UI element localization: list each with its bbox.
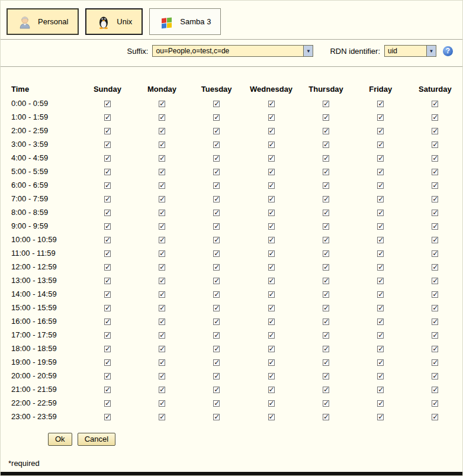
schedule-checkbox[interactable] [323, 305, 329, 311]
schedule-checkbox[interactable] [323, 182, 329, 189]
schedule-checkbox[interactable] [377, 359, 384, 366]
schedule-checkbox[interactable] [323, 359, 329, 366]
schedule-checkbox[interactable] [268, 400, 275, 407]
schedule-checkbox[interactable] [213, 182, 220, 189]
ok-button[interactable]: Ok [48, 433, 72, 446]
schedule-checkbox[interactable] [432, 237, 438, 243]
schedule-checkbox[interactable] [323, 373, 329, 379]
schedule-checkbox[interactable] [377, 155, 384, 162]
schedule-checkbox[interactable] [377, 128, 384, 134]
schedule-checkbox[interactable] [213, 101, 220, 107]
schedule-checkbox[interactable] [159, 400, 165, 407]
schedule-checkbox[interactable] [323, 210, 329, 216]
schedule-checkbox[interactable] [377, 414, 384, 420]
schedule-checkbox[interactable] [268, 114, 275, 121]
schedule-checkbox[interactable] [377, 373, 384, 379]
schedule-checkbox[interactable] [104, 210, 111, 216]
schedule-checkbox[interactable] [104, 332, 111, 339]
schedule-checkbox[interactable] [159, 141, 165, 148]
schedule-checkbox[interactable] [268, 346, 275, 352]
schedule-checkbox[interactable] [323, 264, 329, 271]
schedule-checkbox[interactable] [104, 182, 111, 189]
schedule-checkbox[interactable] [323, 196, 329, 202]
tab-personal[interactable]: Personal [7, 8, 79, 35]
schedule-checkbox[interactable] [159, 319, 165, 325]
schedule-checkbox[interactable] [213, 264, 220, 271]
schedule-checkbox[interactable] [323, 101, 329, 107]
schedule-checkbox[interactable] [323, 400, 329, 407]
schedule-checkbox[interactable] [104, 114, 111, 121]
schedule-checkbox[interactable] [323, 414, 329, 420]
schedule-checkbox[interactable] [268, 278, 275, 284]
suffix-select[interactable]: ou=People,o=test,c=de ▼ [152, 45, 313, 57]
schedule-checkbox[interactable] [159, 305, 165, 311]
schedule-checkbox[interactable] [432, 359, 438, 366]
schedule-checkbox[interactable] [104, 101, 111, 107]
schedule-checkbox[interactable] [213, 346, 220, 352]
schedule-checkbox[interactable] [432, 373, 438, 379]
schedule-checkbox[interactable] [213, 278, 220, 284]
schedule-checkbox[interactable] [104, 223, 111, 230]
schedule-checkbox[interactable] [377, 400, 384, 407]
schedule-checkbox[interactable] [159, 196, 165, 202]
schedule-checkbox[interactable] [377, 101, 384, 107]
schedule-checkbox[interactable] [104, 359, 111, 366]
schedule-checkbox[interactable] [432, 182, 438, 189]
schedule-checkbox[interactable] [213, 291, 220, 298]
schedule-checkbox[interactable] [432, 400, 438, 407]
schedule-checkbox[interactable] [377, 291, 384, 298]
schedule-checkbox[interactable] [268, 332, 275, 339]
schedule-checkbox[interactable] [104, 264, 111, 271]
schedule-checkbox[interactable] [213, 359, 220, 366]
schedule-checkbox[interactable] [104, 400, 111, 407]
schedule-checkbox[interactable] [104, 373, 111, 379]
schedule-checkbox[interactable] [432, 278, 438, 284]
schedule-checkbox[interactable] [213, 250, 220, 257]
schedule-checkbox[interactable] [268, 237, 275, 243]
schedule-checkbox[interactable] [432, 223, 438, 230]
schedule-checkbox[interactable] [104, 237, 111, 243]
schedule-checkbox[interactable] [377, 237, 384, 243]
schedule-checkbox[interactable] [159, 373, 165, 379]
schedule-checkbox[interactable] [159, 414, 165, 420]
schedule-checkbox[interactable] [323, 237, 329, 243]
schedule-checkbox[interactable] [432, 291, 438, 298]
schedule-checkbox[interactable] [104, 278, 111, 284]
schedule-checkbox[interactable] [213, 400, 220, 407]
schedule-checkbox[interactable] [213, 141, 220, 148]
schedule-checkbox[interactable] [377, 278, 384, 284]
schedule-checkbox[interactable] [432, 250, 438, 257]
schedule-checkbox[interactable] [104, 305, 111, 311]
schedule-checkbox[interactable] [432, 264, 438, 271]
schedule-checkbox[interactable] [213, 332, 220, 339]
schedule-checkbox[interactable] [104, 169, 111, 175]
schedule-checkbox[interactable] [213, 319, 220, 325]
schedule-checkbox[interactable] [104, 291, 111, 298]
schedule-checkbox[interactable] [323, 278, 329, 284]
tab-samba3[interactable]: Samba 3 [149, 8, 221, 35]
schedule-checkbox[interactable] [323, 387, 329, 393]
schedule-checkbox[interactable] [159, 278, 165, 284]
schedule-checkbox[interactable] [377, 114, 384, 121]
schedule-checkbox[interactable] [159, 210, 165, 216]
schedule-checkbox[interactable] [323, 223, 329, 230]
schedule-checkbox[interactable] [432, 141, 438, 148]
cancel-button[interactable]: Cancel [78, 433, 115, 446]
schedule-checkbox[interactable] [268, 414, 275, 420]
schedule-checkbox[interactable] [159, 169, 165, 175]
schedule-checkbox[interactable] [432, 346, 438, 352]
schedule-checkbox[interactable] [268, 359, 275, 366]
schedule-checkbox[interactable] [377, 305, 384, 311]
schedule-checkbox[interactable] [377, 182, 384, 189]
schedule-checkbox[interactable] [432, 196, 438, 202]
schedule-checkbox[interactable] [159, 332, 165, 339]
schedule-checkbox[interactable] [104, 141, 111, 148]
schedule-checkbox[interactable] [323, 332, 329, 339]
schedule-checkbox[interactable] [268, 155, 275, 162]
schedule-checkbox[interactable] [268, 169, 275, 175]
schedule-checkbox[interactable] [323, 346, 329, 352]
schedule-checkbox[interactable] [377, 250, 384, 257]
schedule-checkbox[interactable] [432, 155, 438, 162]
schedule-checkbox[interactable] [377, 141, 384, 148]
schedule-checkbox[interactable] [432, 414, 438, 420]
